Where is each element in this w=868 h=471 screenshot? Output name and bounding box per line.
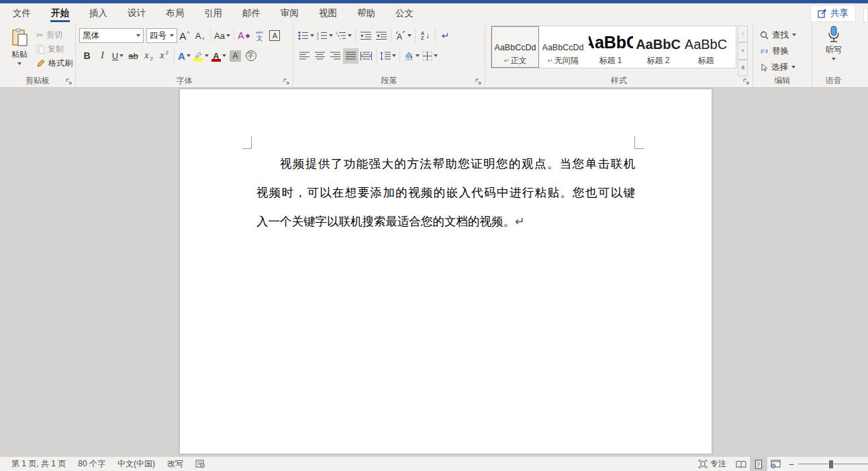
format-painter-button[interactable]: 格式刷 — [36, 57, 73, 69]
clipboard-dialog-launcher[interactable] — [64, 77, 73, 86]
strikethrough-button[interactable]: ab — [126, 48, 141, 64]
show-marks-button[interactable]: ↵ — [438, 28, 453, 44]
borders-button[interactable] — [421, 48, 439, 64]
tab-review[interactable]: 审阅 — [271, 3, 309, 23]
align-center-button[interactable] — [312, 48, 328, 64]
zoom-out-button[interactable]: − — [785, 459, 798, 470]
multilevel-list-button[interactable]: 1ai — [334, 28, 353, 44]
numbering-button[interactable]: 123 — [316, 28, 334, 44]
cut-button[interactable]: ✂ 剪切 — [36, 29, 73, 41]
underline-button[interactable]: U — [110, 48, 126, 64]
decrease-indent-button[interactable] — [358, 28, 373, 44]
justify-icon — [346, 52, 356, 60]
tab-design[interactable]: 设计 — [117, 3, 156, 23]
superscript-button[interactable]: x2 — [156, 48, 172, 64]
tab-insert[interactable]: 插入 — [79, 3, 117, 23]
increase-indent-button[interactable] — [373, 28, 389, 44]
align-right-icon — [330, 52, 340, 60]
zoom-slider-handle[interactable] — [829, 460, 833, 468]
enclose-characters-button[interactable]: 字 — [243, 48, 258, 64]
tab-home[interactable]: 开始 — [41, 3, 79, 23]
style-title[interactable]: AaBbC 标题 — [682, 26, 730, 68]
highlight-color-button[interactable] — [192, 48, 210, 64]
style-heading1[interactable]: AaBbC 标题 1 — [587, 26, 634, 68]
paste-button[interactable]: 粘贴 — [5, 27, 34, 76]
zoom-slider[interactable] — [798, 457, 868, 471]
svg-text:i: i — [340, 38, 340, 41]
document-page[interactable]: 视频提供了功能强大的方法帮助您证明您的观点。当您单击联机 视频时，可以在想要添加… — [180, 89, 712, 454]
tab-view[interactable]: 视图 — [309, 3, 347, 23]
focus-mode-button[interactable]: 专注 — [692, 457, 732, 471]
document-text[interactable]: 视频提供了功能强大的方法帮助您证明您的观点。当您单击联机 视频时，可以在想要添加… — [256, 150, 635, 236]
font-size-combo[interactable]: 四号 — [146, 28, 177, 43]
ribbon-tab-bar: 文件 开始 插入 设计 布局 引用 邮件 审阅 视图 帮助 公文 共享 — [0, 3, 868, 23]
tab-file[interactable]: 文件 — [3, 3, 41, 23]
tab-layout[interactable]: 布局 — [156, 3, 194, 23]
align-right-button[interactable] — [328, 48, 343, 64]
styles-dialog-launcher[interactable] — [742, 77, 751, 86]
page-number-status[interactable]: 第 1 页, 共 1 页 — [5, 457, 72, 471]
character-border-button[interactable]: A — [267, 28, 283, 44]
read-mode-button[interactable] — [732, 457, 750, 471]
line-spacing-button[interactable] — [379, 48, 397, 64]
subscript-button[interactable]: x2 — [141, 48, 156, 64]
find-button[interactable]: 查找 — [760, 27, 810, 43]
replace-button[interactable]: bc 替换 — [760, 43, 810, 59]
sort-button[interactable]: A Z ↓ — [418, 28, 433, 44]
line-spacing-icon — [380, 52, 391, 60]
share-button[interactable]: 共享 — [810, 5, 856, 22]
tab-mailings[interactable]: 邮件 — [232, 3, 271, 23]
overtype-status[interactable]: 改写 — [161, 457, 189, 471]
select-icon — [760, 63, 768, 72]
tab-references[interactable]: 引用 — [194, 3, 232, 23]
font-color-button[interactable]: A — [210, 48, 228, 64]
align-left-icon — [299, 52, 309, 60]
copy-button[interactable]: 复制 — [36, 43, 73, 55]
borders-icon — [422, 51, 432, 61]
italic-button[interactable]: I — [95, 48, 110, 64]
paste-label: 粘贴 — [11, 49, 28, 60]
style-heading2[interactable]: AaBbC 标题 2 — [634, 26, 682, 68]
shrink-font-button[interactable]: A˅ — [193, 28, 208, 44]
distribute-icon — [360, 52, 372, 60]
dictate-button[interactable]: 听写 — [826, 25, 842, 60]
align-left-button[interactable] — [297, 48, 312, 64]
status-bar: 第 1 页, 共 1 页 80 个字 中文(中国) 改写 专注 − — [0, 456, 868, 471]
find-icon — [760, 31, 769, 40]
style-normal[interactable]: AaBbCcDd ↵正文 — [491, 26, 539, 68]
distribute-button[interactable] — [358, 48, 374, 64]
style-no-spacing[interactable]: AaBbCcDd ↵无间隔 — [539, 26, 587, 68]
proofing-status-button[interactable] — [189, 457, 211, 471]
web-layout-button[interactable] — [767, 457, 785, 471]
text-effects-button[interactable]: A — [177, 48, 192, 64]
styles-scroll-up-icon[interactable]: ˄ — [738, 25, 748, 42]
bold-button[interactable]: B — [79, 48, 95, 64]
paragraph-dialog-launcher[interactable] — [474, 77, 483, 86]
copy-label: 复制 — [48, 44, 64, 55]
group-font: 黑体 四号 A˄ A˅ Aa A◆ wén 文 A B I — [76, 23, 293, 87]
styles-more-icon[interactable]: ≚ — [738, 60, 748, 76]
group-styles: AaBbCcDd ↵正文 AaBbCcDd ↵无间隔 AaBbC 标题 1 Aa… — [485, 23, 753, 87]
print-layout-button[interactable] — [750, 457, 767, 471]
styles-scroll-down-icon[interactable]: ˅ — [738, 42, 748, 59]
group-clipboard: 粘贴 ✂ 剪切 复制 格式刷 — [0, 23, 76, 87]
shading-button[interactable] — [402, 48, 421, 64]
asian-layout-button[interactable]: A — [393, 28, 413, 44]
language-status[interactable]: 中文(中国) — [111, 457, 161, 471]
character-shading-button[interactable]: A — [228, 48, 243, 64]
font-name-combo[interactable]: 黑体 — [79, 28, 144, 43]
clear-formatting-button[interactable]: A◆ — [236, 28, 252, 44]
tab-official-doc[interactable]: 公文 — [385, 3, 424, 23]
font-dialog-launcher[interactable] — [282, 77, 291, 86]
change-case-button[interactable]: Aa — [213, 28, 232, 44]
paragraph-end-mark: ↵ — [515, 215, 525, 228]
clipped-toolbar-button[interactable] — [863, 8, 868, 23]
svg-text:A: A — [397, 32, 402, 40]
word-count-status[interactable]: 80 个字 — [72, 457, 111, 471]
justify-button[interactable] — [343, 48, 358, 64]
select-button[interactable]: 选择 — [760, 59, 810, 75]
phonetic-guide-button[interactable]: wén 文 — [252, 28, 267, 44]
grow-font-button[interactable]: A˄ — [177, 28, 193, 44]
tab-help[interactable]: 帮助 — [347, 3, 385, 23]
bullets-button[interactable] — [297, 28, 316, 44]
